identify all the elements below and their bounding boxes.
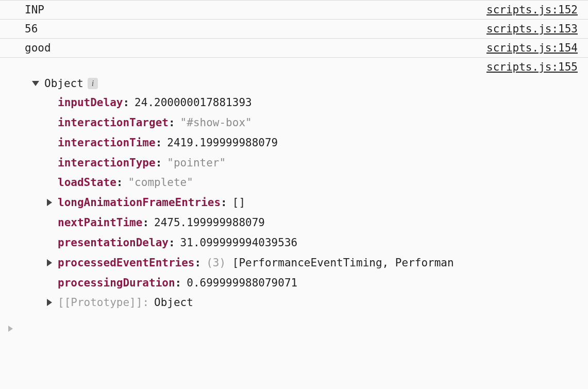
property-row: presentationDelay: 31.099999994039536 — [58, 233, 578, 253]
property-row[interactable]: [[Prototype]]: Object — [58, 293, 578, 313]
property-key: inputDelay — [58, 93, 123, 113]
property-key: longAnimationFrameEntries — [58, 193, 221, 213]
property-row: inputDelay: 24.200000017881393 — [58, 93, 578, 113]
log-message: 56 — [25, 23, 474, 35]
property-value: 0.699999988079071 — [187, 273, 297, 293]
property-row: loadState: "complete" — [58, 173, 578, 193]
property-row: interactionType: "pointer" — [58, 153, 578, 173]
source-link[interactable]: scripts.js:154 — [486, 42, 578, 54]
log-message: good — [25, 42, 474, 54]
property-key: interactionTime — [58, 133, 156, 153]
prototype-key: [[Prototype]] — [58, 293, 142, 313]
log-row: 56 scripts.js:153 — [0, 20, 588, 39]
property-row: interactionTime: 2419.199999988079 — [58, 133, 578, 153]
console-prompt[interactable] — [0, 318, 588, 339]
prototype-value: Object — [154, 293, 193, 313]
property-key: processingDuration — [58, 273, 175, 293]
property-key: presentationDelay — [58, 233, 169, 253]
console-panel: INP scripts.js:152 56 scripts.js:153 goo… — [0, 0, 588, 339]
object-title: Object — [44, 77, 83, 90]
disclosure-triangle-right-icon[interactable] — [47, 299, 52, 306]
property-value: 2475.199999988079 — [154, 213, 265, 233]
property-value: [PerformanceEventTiming, Performan — [232, 253, 454, 273]
property-row: processingDuration: 0.699999988079071 — [58, 273, 578, 293]
property-key: processedEventEntries — [58, 253, 195, 273]
source-link[interactable]: scripts.js:153 — [486, 23, 578, 35]
property-row: interactionTarget: "#show-box" — [58, 113, 578, 133]
source-link[interactable]: scripts.js:155 — [486, 61, 578, 73]
log-message: INP — [25, 4, 474, 16]
property-row[interactable]: longAnimationFrameEntries: [] — [58, 193, 578, 213]
property-value: 31.099999994039536 — [180, 233, 298, 253]
source-link[interactable]: scripts.js:152 — [486, 4, 578, 16]
object-properties: inputDelay: 24.200000017881393 interacti… — [58, 93, 578, 313]
property-value: "#show-box" — [180, 113, 252, 133]
disclosure-triangle-down-icon[interactable] — [32, 81, 39, 86]
chevron-right-icon — [8, 326, 13, 332]
property-key: interactionType — [58, 153, 156, 173]
property-key: loadState — [58, 173, 116, 193]
property-value: 2419.199999988079 — [167, 133, 278, 153]
property-value: [] — [232, 193, 245, 213]
info-icon[interactable]: i — [88, 78, 98, 89]
disclosure-triangle-right-icon[interactable] — [47, 199, 52, 206]
disclosure-triangle-right-icon[interactable] — [47, 259, 52, 266]
property-value: 24.200000017881393 — [135, 93, 252, 113]
property-value: "pointer" — [167, 153, 226, 173]
property-key: interactionTarget — [58, 113, 169, 133]
array-count: (3) — [206, 253, 226, 273]
property-value: "complete" — [128, 173, 193, 193]
property-row[interactable]: processedEventEntries: (3) [PerformanceE… — [58, 253, 578, 273]
object-expansion: Object i inputDelay: 24.200000017881393 … — [0, 76, 588, 318]
object-header[interactable]: Object i — [32, 76, 578, 93]
property-key: nextPaintTime — [58, 213, 142, 233]
log-row-object: scripts.js:155 — [0, 58, 588, 76]
log-row: INP scripts.js:152 — [0, 0, 588, 20]
property-row: nextPaintTime: 2475.199999988079 — [58, 213, 578, 233]
log-row: good scripts.js:154 — [0, 39, 588, 58]
